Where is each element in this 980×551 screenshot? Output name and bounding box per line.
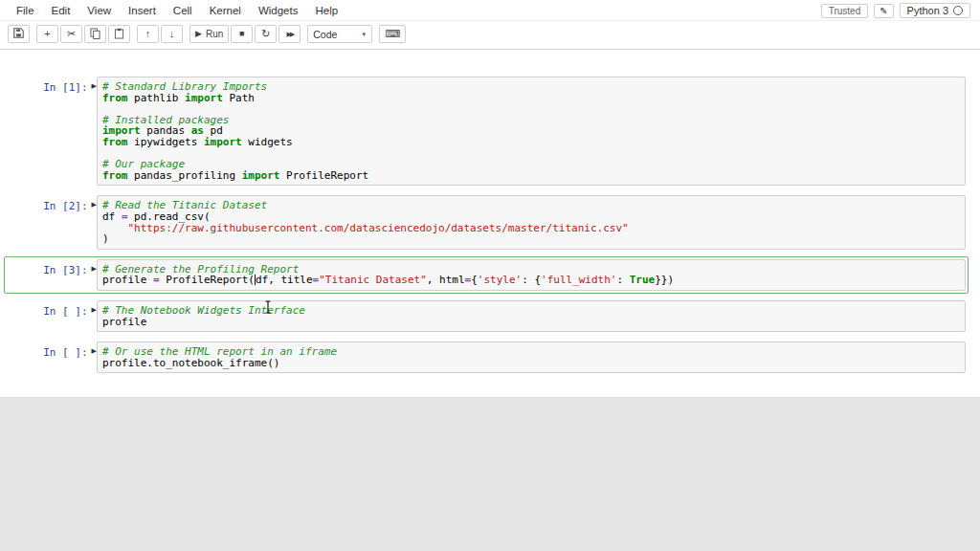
input-prompt: In [2]:	[43, 200, 87, 212]
interrupt-kernel-button[interactable]: ■	[231, 25, 253, 43]
prompt-area: In [ ]:▶	[7, 342, 97, 373]
kernel-indicator[interactable]: Python 3	[900, 3, 970, 18]
menu-widgets[interactable]: Widgets	[250, 2, 307, 19]
cell-type-select[interactable]: Code ▼	[307, 25, 372, 43]
run-label: Run	[206, 29, 223, 39]
menu-help[interactable]: Help	[306, 2, 346, 19]
restart-run-all-button[interactable]: ▶▶	[278, 25, 301, 43]
kernel-idle-icon	[953, 6, 963, 15]
restart-icon: ↻	[261, 29, 270, 39]
code-cell[interactable]: In [3]:▶# Generate the Profiling Reportp…	[4, 256, 969, 294]
scissors-icon: ✂	[67, 29, 76, 39]
code-cell[interactable]: In [ ]:▶# Or use the HTML report in an i…	[4, 339, 969, 376]
play-icon: ▶	[195, 30, 202, 38]
input-prompt: In [3]:	[43, 264, 87, 276]
move-cell-up-button[interactable]: ↑	[137, 25, 159, 43]
fast-forward-icon: ▶▶	[286, 31, 293, 37]
kernel-name: Python 3	[907, 5, 948, 16]
run-button-group: ▶ Run ■ ↻ ▶▶	[189, 25, 301, 43]
input-prompt: In [ ]:	[43, 346, 87, 359]
move-cell-down-button[interactable]: ↓	[161, 25, 183, 43]
code-input[interactable]: # The Notebook Widgets Interfaceprofile	[97, 300, 966, 332]
paste-icon	[114, 28, 124, 41]
edit-mode-pencil-icon: ✎	[874, 4, 893, 18]
arrow-down-icon: ↓	[169, 29, 175, 39]
copy-cell-button[interactable]	[84, 25, 106, 43]
prompt-area: In [1]:▶	[7, 77, 97, 186]
notebook-cells: In [1]:▶# Standard Library Importsfrom p…	[0, 74, 980, 376]
keyboard-icon: ⌨	[385, 29, 400, 39]
add-cell-button[interactable]: +	[36, 25, 58, 43]
cell-type-value: Code	[313, 29, 337, 40]
input-prompt: In [ ]:	[43, 305, 87, 318]
menu-cell[interactable]: Cell	[165, 2, 201, 19]
notebook-area: In [1]:▶# Standard Library Importsfrom p…	[0, 50, 980, 398]
menu-file[interactable]: File	[8, 2, 43, 19]
restart-kernel-button[interactable]: ↻	[255, 25, 277, 43]
code-input[interactable]: # Generate the Profiling Reportprofile =…	[97, 259, 966, 291]
code-input[interactable]: # Or use the HTML report in an iframepro…	[97, 342, 966, 373]
code-cell[interactable]: In [ ]:▶# The Notebook Widgets Interface…	[4, 298, 969, 335]
input-prompt: In [1]:	[43, 81, 87, 94]
menu-insert[interactable]: Insert	[120, 2, 165, 19]
plus-icon: +	[44, 29, 50, 39]
code-input[interactable]: # Standard Library Importsfrom pathlib i…	[97, 77, 966, 186]
header-right: Trusted ✎ Python 3	[821, 3, 970, 18]
menu-edit[interactable]: Edit	[43, 2, 79, 19]
prompt-area: In [3]:▶	[7, 259, 97, 291]
arrow-up-icon: ↑	[145, 29, 151, 39]
save-button[interactable]	[8, 25, 30, 43]
code-input[interactable]: # Read the Titanic Datasetdf = pd.read_c…	[97, 195, 966, 249]
toolbar: + ✂ ↑ ↓ ▶ Run ■ ↻ ▶▶	[0, 21, 980, 50]
prompt-area: In [ ]:▶	[7, 300, 97, 332]
trusted-badge[interactable]: Trusted	[821, 4, 869, 18]
notebook-header: FileEditViewInsertCellKernelWidgetsHelp …	[0, 0, 980, 21]
cut-cell-button[interactable]: ✂	[60, 25, 82, 43]
code-cell[interactable]: In [2]:▶# Read the Titanic Datasetdf = p…	[4, 192, 969, 252]
menu-view[interactable]: View	[78, 2, 120, 19]
edit-button-group: + ✂	[36, 25, 130, 43]
menu-kernel[interactable]: Kernel	[201, 2, 250, 19]
code-cell[interactable]: In [1]:▶# Standard Library Importsfrom p…	[4, 74, 969, 188]
save-icon	[13, 28, 24, 40]
copy-icon	[90, 28, 100, 41]
chevron-down-icon: ▼	[361, 32, 367, 37]
paste-cell-button[interactable]	[108, 25, 130, 43]
jupyter-notebook-window: FileEditViewInsertCellKernelWidgetsHelp …	[0, 0, 980, 551]
prompt-area: In [2]:▶	[7, 195, 97, 249]
stop-icon: ■	[239, 30, 244, 38]
move-button-group: ↑ ↓	[137, 25, 183, 43]
command-palette-button[interactable]: ⌨	[379, 25, 406, 43]
run-button[interactable]: ▶ Run	[189, 25, 229, 43]
